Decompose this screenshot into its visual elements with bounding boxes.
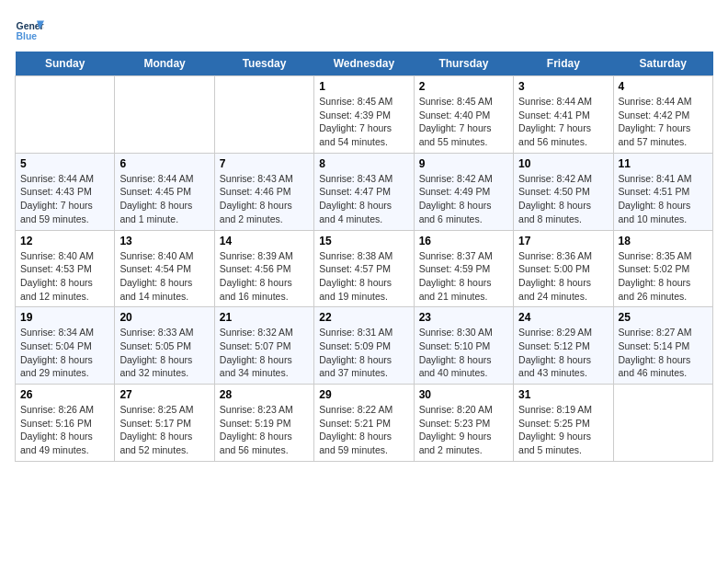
calendar-week-row: 5Sunrise: 8:44 AM Sunset: 4:43 PM Daylig… bbox=[16, 153, 713, 230]
day-info: Sunrise: 8:23 AM Sunset: 5:19 PM Dayligh… bbox=[220, 403, 309, 457]
calendar-cell: 6Sunrise: 8:44 AM Sunset: 4:45 PM Daylig… bbox=[115, 153, 214, 230]
calendar-cell: 12Sunrise: 8:40 AM Sunset: 4:53 PM Dayli… bbox=[16, 230, 115, 307]
day-info: Sunrise: 8:42 AM Sunset: 4:50 PM Dayligh… bbox=[518, 172, 608, 226]
day-info: Sunrise: 8:43 AM Sunset: 4:47 PM Dayligh… bbox=[319, 172, 408, 226]
day-number: 10 bbox=[518, 157, 608, 170]
day-number: 31 bbox=[518, 388, 608, 401]
day-number: 4 bbox=[619, 80, 708, 93]
day-number: 11 bbox=[619, 157, 708, 170]
calendar-cell: 3Sunrise: 8:44 AM Sunset: 4:41 PM Daylig… bbox=[514, 76, 613, 154]
day-info: Sunrise: 8:41 AM Sunset: 4:51 PM Dayligh… bbox=[619, 172, 708, 226]
day-number: 23 bbox=[419, 311, 508, 324]
calendar-cell bbox=[16, 76, 115, 154]
weekday-header: Monday bbox=[115, 52, 214, 76]
calendar-cell: 21Sunrise: 8:32 AM Sunset: 5:07 PM Dayli… bbox=[214, 307, 313, 385]
day-info: Sunrise: 8:25 AM Sunset: 5:17 PM Dayligh… bbox=[119, 403, 209, 457]
day-number: 14 bbox=[220, 235, 309, 247]
calendar-cell bbox=[613, 385, 712, 462]
day-number: 3 bbox=[518, 80, 608, 93]
page-header: General Blue bbox=[15, 15, 713, 44]
day-info: Sunrise: 8:43 AM Sunset: 4:46 PM Dayligh… bbox=[220, 172, 309, 226]
weekday-header: Friday bbox=[514, 52, 613, 76]
calendar-cell: 22Sunrise: 8:31 AM Sunset: 5:09 PM Dayli… bbox=[314, 307, 414, 385]
day-number: 27 bbox=[119, 388, 209, 401]
calendar-cell: 7Sunrise: 8:43 AM Sunset: 4:46 PM Daylig… bbox=[214, 153, 313, 230]
calendar-cell: 16Sunrise: 8:37 AM Sunset: 4:59 PM Dayli… bbox=[414, 230, 513, 307]
calendar-cell: 13Sunrise: 8:40 AM Sunset: 4:54 PM Dayli… bbox=[115, 230, 214, 307]
calendar-cell bbox=[115, 76, 214, 154]
day-info: Sunrise: 8:40 AM Sunset: 4:53 PM Dayligh… bbox=[20, 249, 109, 304]
calendar-cell: 2Sunrise: 8:45 AM Sunset: 4:40 PM Daylig… bbox=[414, 76, 513, 154]
day-number: 18 bbox=[619, 235, 708, 247]
day-info: Sunrise: 8:20 AM Sunset: 5:23 PM Dayligh… bbox=[419, 403, 508, 457]
weekday-header: Tuesday bbox=[214, 52, 313, 76]
day-info: Sunrise: 8:40 AM Sunset: 4:54 PM Dayligh… bbox=[119, 249, 209, 304]
calendar-cell: 23Sunrise: 8:30 AM Sunset: 5:10 PM Dayli… bbox=[414, 307, 513, 385]
calendar-cell: 30Sunrise: 8:20 AM Sunset: 5:23 PM Dayli… bbox=[414, 385, 513, 462]
day-info: Sunrise: 8:39 AM Sunset: 4:56 PM Dayligh… bbox=[220, 249, 309, 304]
weekday-header: Thursday bbox=[414, 52, 513, 76]
day-number: 21 bbox=[220, 311, 309, 324]
day-info: Sunrise: 8:34 AM Sunset: 5:04 PM Dayligh… bbox=[20, 326, 109, 380]
day-number: 2 bbox=[419, 80, 508, 93]
day-number: 20 bbox=[119, 311, 209, 324]
day-info: Sunrise: 8:45 AM Sunset: 4:40 PM Dayligh… bbox=[419, 95, 508, 149]
day-number: 16 bbox=[419, 235, 508, 247]
day-info: Sunrise: 8:35 AM Sunset: 5:02 PM Dayligh… bbox=[619, 249, 708, 304]
calendar-cell: 8Sunrise: 8:43 AM Sunset: 4:47 PM Daylig… bbox=[314, 153, 414, 230]
day-number: 13 bbox=[119, 235, 209, 247]
calendar-week-row: 12Sunrise: 8:40 AM Sunset: 4:53 PM Dayli… bbox=[16, 230, 713, 307]
day-info: Sunrise: 8:44 AM Sunset: 4:43 PM Dayligh… bbox=[20, 172, 109, 226]
day-number: 26 bbox=[20, 388, 109, 401]
day-info: Sunrise: 8:22 AM Sunset: 5:21 PM Dayligh… bbox=[319, 403, 408, 457]
day-number: 15 bbox=[319, 235, 408, 247]
calendar-cell: 1Sunrise: 8:45 AM Sunset: 4:39 PM Daylig… bbox=[314, 76, 414, 154]
day-number: 19 bbox=[20, 311, 109, 324]
day-number: 8 bbox=[319, 157, 408, 170]
weekday-header: Saturday bbox=[613, 52, 712, 76]
day-info: Sunrise: 8:32 AM Sunset: 5:07 PM Dayligh… bbox=[220, 326, 309, 380]
calendar-cell: 17Sunrise: 8:36 AM Sunset: 5:00 PM Dayli… bbox=[514, 230, 613, 307]
calendar-header-row: SundayMondayTuesdayWednesdayThursdayFrid… bbox=[16, 52, 713, 76]
calendar-cell: 24Sunrise: 8:29 AM Sunset: 5:12 PM Dayli… bbox=[514, 307, 613, 385]
calendar-cell: 9Sunrise: 8:42 AM Sunset: 4:49 PM Daylig… bbox=[414, 153, 513, 230]
day-number: 12 bbox=[20, 235, 109, 247]
calendar-cell: 14Sunrise: 8:39 AM Sunset: 4:56 PM Dayli… bbox=[214, 230, 313, 307]
day-number: 30 bbox=[419, 388, 508, 401]
calendar-cell: 28Sunrise: 8:23 AM Sunset: 5:19 PM Dayli… bbox=[214, 385, 313, 462]
day-number: 25 bbox=[619, 311, 708, 324]
calendar-cell: 20Sunrise: 8:33 AM Sunset: 5:05 PM Dayli… bbox=[115, 307, 214, 385]
calendar-cell: 15Sunrise: 8:38 AM Sunset: 4:57 PM Dayli… bbox=[314, 230, 414, 307]
logo: General Blue bbox=[15, 15, 44, 44]
day-info: Sunrise: 8:36 AM Sunset: 5:00 PM Dayligh… bbox=[518, 249, 608, 304]
weekday-header: Sunday bbox=[16, 52, 115, 76]
calendar-cell: 18Sunrise: 8:35 AM Sunset: 5:02 PM Dayli… bbox=[613, 230, 712, 307]
day-number: 29 bbox=[319, 388, 408, 401]
svg-text:Blue: Blue bbox=[17, 31, 38, 41]
day-info: Sunrise: 8:37 AM Sunset: 4:59 PM Dayligh… bbox=[419, 249, 508, 304]
day-number: 7 bbox=[220, 157, 309, 170]
calendar-cell: 29Sunrise: 8:22 AM Sunset: 5:21 PM Dayli… bbox=[314, 385, 414, 462]
calendar-cell: 5Sunrise: 8:44 AM Sunset: 4:43 PM Daylig… bbox=[16, 153, 115, 230]
weekday-header: Wednesday bbox=[314, 52, 414, 76]
day-info: Sunrise: 8:27 AM Sunset: 5:14 PM Dayligh… bbox=[619, 326, 708, 380]
calendar-cell: 11Sunrise: 8:41 AM Sunset: 4:51 PM Dayli… bbox=[613, 153, 712, 230]
calendar-table: SundayMondayTuesdayWednesdayThursdayFrid… bbox=[15, 52, 713, 462]
day-number: 6 bbox=[119, 157, 209, 170]
calendar-cell: 25Sunrise: 8:27 AM Sunset: 5:14 PM Dayli… bbox=[613, 307, 712, 385]
day-number: 1 bbox=[319, 80, 408, 93]
day-info: Sunrise: 8:26 AM Sunset: 5:16 PM Dayligh… bbox=[20, 403, 109, 457]
calendar-cell: 10Sunrise: 8:42 AM Sunset: 4:50 PM Dayli… bbox=[514, 153, 613, 230]
calendar-cell: 27Sunrise: 8:25 AM Sunset: 5:17 PM Dayli… bbox=[115, 385, 214, 462]
day-number: 5 bbox=[20, 157, 109, 170]
calendar-cell bbox=[214, 76, 313, 154]
day-number: 22 bbox=[319, 311, 408, 324]
day-info: Sunrise: 8:44 AM Sunset: 4:41 PM Dayligh… bbox=[518, 95, 608, 149]
day-number: 9 bbox=[419, 157, 508, 170]
day-info: Sunrise: 8:45 AM Sunset: 4:39 PM Dayligh… bbox=[319, 95, 408, 149]
day-info: Sunrise: 8:44 AM Sunset: 4:42 PM Dayligh… bbox=[619, 95, 708, 149]
day-number: 28 bbox=[220, 388, 309, 401]
day-info: Sunrise: 8:44 AM Sunset: 4:45 PM Dayligh… bbox=[119, 172, 209, 226]
day-number: 17 bbox=[518, 235, 608, 247]
day-info: Sunrise: 8:42 AM Sunset: 4:49 PM Dayligh… bbox=[419, 172, 508, 226]
